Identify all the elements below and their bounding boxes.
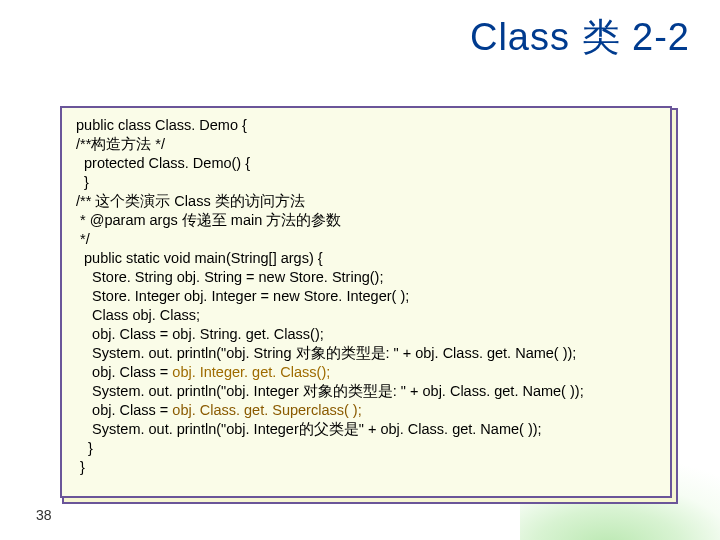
code-line: Store. String obj. String = new Store. S… [76, 269, 383, 285]
code-line: } [76, 459, 85, 475]
code-line: public class Class. Demo { [76, 117, 247, 133]
code-line: */ [76, 231, 90, 247]
code-line: * @param args 传递至 main 方法的参数 [76, 212, 341, 228]
code-content: public class Class. Demo { /**构造方法 */ pr… [76, 116, 658, 477]
code-line: Store. Integer obj. Integer = new Store.… [76, 288, 409, 304]
code-line: System. out. println("obj. Integer 对象的类型… [76, 383, 584, 399]
code-line: Class obj. Class; [76, 307, 200, 323]
slide-title: Class 类 2-2 [0, 12, 690, 63]
code-line: /**构造方法 */ [76, 136, 165, 152]
code-line: protected Class. Demo() { [76, 155, 250, 171]
code-line: obj. Class = [76, 364, 172, 380]
code-line: System. out. println("obj. String 对象的类型是… [76, 345, 576, 361]
page-number: 38 [36, 507, 52, 523]
code-line: public static void main(String[] args) { [76, 250, 323, 266]
code-highlight: obj. Class. get. Superclass( ); [172, 402, 361, 418]
code-box: public class Class. Demo { /**构造方法 */ pr… [60, 106, 672, 498]
code-line: } [76, 174, 89, 190]
code-line: System. out. println("obj. Integer的父类是" … [76, 421, 542, 437]
code-line: /** 这个类演示 Class 类的访问方法 [76, 193, 305, 209]
code-highlight: obj. Integer. get. Class(); [172, 364, 330, 380]
code-line: obj. Class = [76, 402, 172, 418]
code-line: } [76, 440, 93, 456]
code-line: obj. Class = obj. String. get. Class(); [76, 326, 324, 342]
